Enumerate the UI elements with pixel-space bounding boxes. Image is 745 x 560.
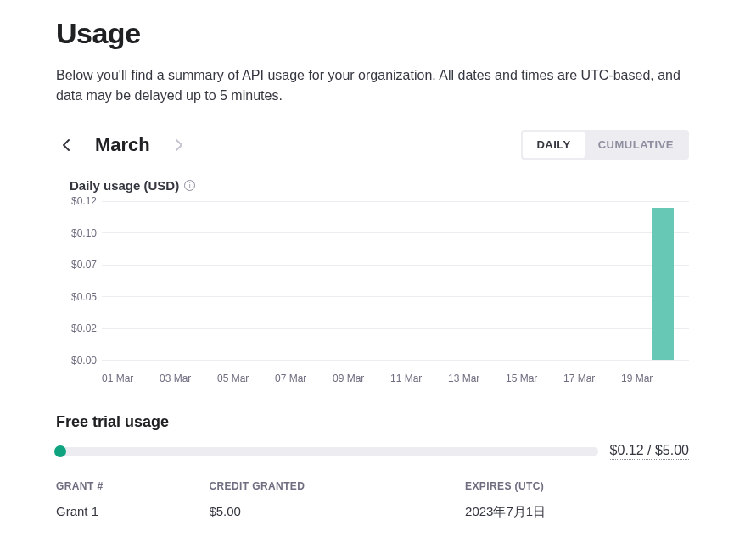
page-title: Usage [56,17,689,50]
toggle-cumulative[interactable]: CUMULATIVE [585,132,687,158]
toggle-daily[interactable]: DAILY [523,132,584,158]
month-label: March [95,134,150,156]
bars-container [102,201,689,360]
grant-cell-grant: Grant 1 [56,499,209,525]
chart-title: Daily usage (USD) [70,178,179,193]
chart-bar [652,208,674,360]
grant-header-credit: CREDIT GRANTED [209,475,465,499]
grant-header-grant: GRANT # [56,475,209,499]
chevron-right-icon [176,139,182,151]
chart-plot [102,201,689,361]
grant-cell-credit: $5.00 [209,499,465,525]
controls-row: March DAILY CUMULATIVE [56,130,689,160]
chart-x-axis: 01 Mar 03 Mar 05 Mar 07 Mar 09 Mar 11 Ma… [102,364,689,388]
x-tick: 13 Mar [448,372,506,388]
free-trial-progress-label: $0.12 / $5.00 [610,443,689,460]
free-trial-progress-track [56,447,598,456]
x-tick: 17 Mar [563,372,621,388]
x-tick: 03 Mar [160,372,217,388]
grant-header-expires: EXPIRES (UTC) [465,475,689,499]
table-row: Grant 1 $5.00 2023年7月1日 [56,499,689,525]
view-toggle: DAILY CUMULATIVE [521,130,689,160]
grant-cell-expires: 2023年7月1日 [465,499,689,525]
free-trial-progress-thumb [54,445,66,457]
free-trial-progress-row: $0.12 / $5.00 [56,443,689,460]
x-tick: 07 Mar [275,372,333,388]
chart-y-axis: $0.12 $0.10 $0.07 $0.05 $0.02 $0.00 [56,201,97,361]
x-tick: 09 Mar [333,372,390,388]
chevron-left-icon [63,139,70,151]
info-icon[interactable]: i [184,180,195,191]
month-nav: March [56,134,189,156]
x-tick: 05 Mar [217,372,275,388]
chart-title-row: Daily usage (USD) i [70,178,689,193]
free-trial-title: Free trial usage [56,413,689,431]
chart-area: $0.12 $0.10 $0.07 $0.05 $0.02 $0.00 01 M… [56,201,689,388]
next-month-button[interactable] [169,135,189,155]
x-tick: 15 Mar [506,372,563,388]
x-tick: 01 Mar [102,372,160,388]
page-description: Below you'll find a summary of API usage… [56,65,689,106]
grant-table: GRANT # CREDIT GRANTED EXPIRES (UTC) Gra… [56,475,689,525]
x-tick: 19 Mar [621,372,679,388]
x-tick: 11 Mar [390,372,448,388]
grant-table-header: GRANT # CREDIT GRANTED EXPIRES (UTC) [56,475,689,499]
prev-month-button[interactable] [56,135,76,155]
